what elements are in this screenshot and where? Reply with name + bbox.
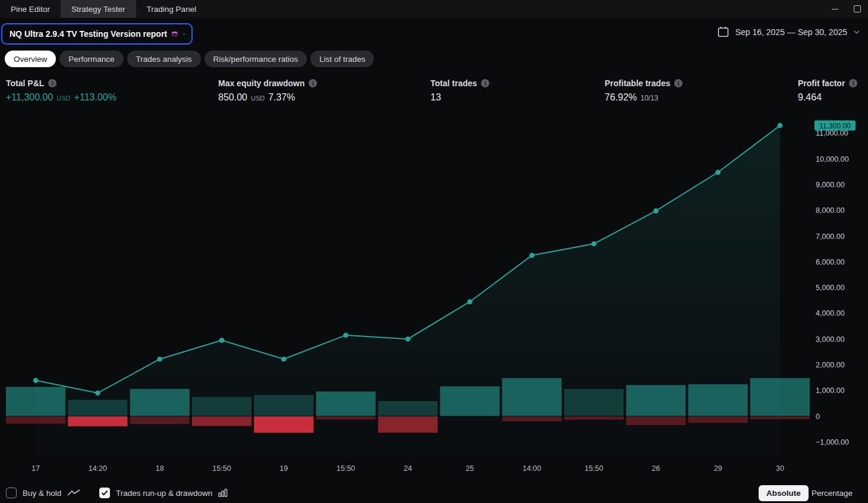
equity-point <box>281 357 287 362</box>
bar-chart-icon <box>218 489 228 497</box>
x-axis-tick-label: 18 <box>156 464 164 473</box>
runup-bar <box>6 386 66 416</box>
equity-point <box>405 337 411 342</box>
y-axis-tick-label: 8,000.00 <box>816 206 845 215</box>
drawdown-bar <box>316 416 376 420</box>
x-axis-tick-label: 14:00 <box>523 464 541 473</box>
y-axis-tick-label: 5,000.00 <box>816 284 845 292</box>
line-chart-icon <box>67 489 80 496</box>
performance-chart-canvas[interactable]: 11,000.0010,000.009,000.008,000.007,000.… <box>0 0 868 503</box>
equity-point <box>529 253 534 258</box>
runup-bar <box>254 395 314 416</box>
y-axis-tick-label: 3,000.00 <box>816 335 845 344</box>
drawdown-bar <box>6 416 66 424</box>
equity-point <box>592 241 597 247</box>
buy-and-hold-toggle[interactable]: Buy & hold <box>6 488 80 498</box>
check-icon <box>101 490 108 496</box>
x-axis-tick-label: 19 <box>279 464 288 473</box>
mode-absolute-button[interactable]: Absolute <box>759 485 809 501</box>
drawdown-bar <box>750 416 810 420</box>
equity-point <box>343 332 348 338</box>
drawdown-bar <box>130 416 190 425</box>
runup-bar <box>130 389 190 416</box>
drawdown-bar <box>688 416 748 423</box>
mode-percentage-button[interactable]: Percentage <box>804 485 860 501</box>
equity-point <box>219 338 225 343</box>
x-axis-tick-label: 14:20 <box>89 464 107 473</box>
drawdown-bar <box>68 416 128 426</box>
drawdown-bar <box>502 416 562 422</box>
runup-bar <box>316 391 376 416</box>
x-axis-tick-label: 15:50 <box>212 464 231 473</box>
equity-point <box>467 299 473 304</box>
y-axis-tick-label: 10,000.00 <box>816 155 849 164</box>
drawdown-bar <box>191 416 251 426</box>
y-axis-tick-label: 6,000.00 <box>816 258 845 266</box>
drawdown-bar <box>378 416 438 433</box>
runup-bar <box>688 384 748 416</box>
equity-point <box>778 123 783 128</box>
strategy-tester-panel: Pine Editor Strategy Tester Trading Pane… <box>0 0 868 503</box>
drawdown-bar <box>626 416 686 426</box>
runup-bar <box>502 378 562 416</box>
equity-point <box>715 169 721 175</box>
drawdown-bar <box>254 416 314 433</box>
trades-runup-drawdown-checkbox[interactable] <box>99 488 110 498</box>
x-axis-tick-label: 25 <box>466 464 474 473</box>
y-axis-tick-label: 1,000.00 <box>816 386 845 395</box>
equity-point <box>33 378 39 383</box>
x-axis-tick-label: 24 <box>404 464 412 473</box>
runup-bar <box>440 386 500 416</box>
y-axis-tick-label: 11,000.00 <box>816 129 848 137</box>
x-axis-tick-label: 17 <box>32 464 40 473</box>
equity-point <box>653 208 659 213</box>
runup-bar <box>191 397 251 416</box>
y-axis-tick-label: 2,000.00 <box>816 361 845 369</box>
x-axis-tick-label: 26 <box>652 464 660 473</box>
x-axis-tick-label: 29 <box>714 464 722 473</box>
runup-bar <box>378 401 438 416</box>
runup-bar <box>564 389 624 416</box>
x-axis-tick-label: 15:50 <box>336 464 355 473</box>
drawdown-bar <box>564 416 624 420</box>
trades-runup-drawdown-label: Trades run-up & drawdown <box>116 489 212 498</box>
equity-point <box>157 357 162 362</box>
x-axis-tick-label: 30 <box>776 464 784 473</box>
buy-and-hold-label: Buy & hold <box>23 489 61 498</box>
y-axis-tick-label: 9,000.00 <box>816 181 845 189</box>
x-axis-tick-label: 15:50 <box>584 464 603 473</box>
equity-point <box>95 391 100 396</box>
runup-bar <box>626 385 686 416</box>
trades-runup-drawdown-toggle[interactable]: Trades run-up & drawdown <box>99 488 228 498</box>
runup-bar <box>750 378 810 416</box>
y-axis-tick-label: 0 <box>816 413 820 421</box>
y-axis-tick-label: 7,000.00 <box>816 232 845 241</box>
y-axis-tick-label: 4,000.00 <box>816 309 845 317</box>
buy-and-hold-checkbox[interactable] <box>6 488 17 498</box>
runup-bar <box>68 400 128 416</box>
last-value-badge-label: 11,300.00 <box>819 122 851 130</box>
y-axis-tick-label: −1,000.00 <box>816 438 849 447</box>
